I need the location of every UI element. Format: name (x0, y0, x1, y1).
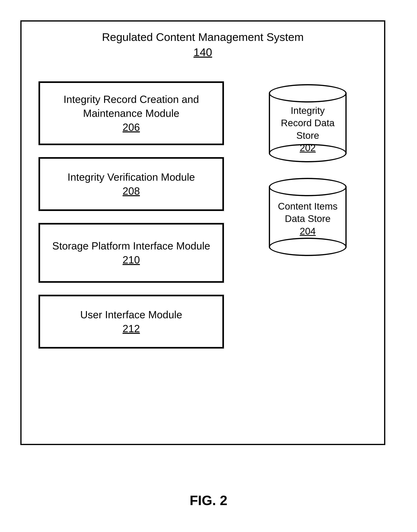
cylinder-body: Integrity Record Data Store 202 (269, 93, 347, 153)
system-title-text: Regulated Content Management System (21, 30, 384, 45)
cylinder-top-ellipse (269, 84, 347, 103)
module-ref: 206 (44, 120, 218, 134)
cylinder-bottom-wrap (269, 238, 347, 256)
datastore-label: Integrity Record Data Store 202 (270, 104, 345, 154)
cylinder-bottom-ellipse (269, 238, 347, 256)
datastore-content-items: Content Items Data Store 204 (269, 187, 347, 247)
datastore-line1: Content Items (278, 201, 338, 212)
datastore-ref: 202 (270, 142, 345, 154)
module-label: Integrity Verification Module (44, 170, 218, 184)
module-ref: 212 (44, 322, 218, 336)
diagram-page: Regulated Content Management System 140 … (0, 0, 417, 532)
datastore-line2: Data Store (285, 213, 330, 224)
module-integrity-verification: Integrity Verification Module 208 (39, 157, 224, 211)
datastore-integrity-record: Integrity Record Data Store 202 (269, 93, 347, 153)
system-ref: 140 (21, 45, 384, 60)
figure-caption: FIG. 2 (0, 492, 417, 508)
module-ref: 210 (44, 253, 218, 267)
datastore-line3: Store (296, 130, 319, 141)
datastore-line2: Record Data (281, 118, 334, 128)
module-user-interface: User Interface Module 212 (39, 295, 224, 349)
datastore-label: Content Items Data Store 204 (270, 200, 345, 238)
module-label: Integrity Record Creation and Maintenanc… (44, 92, 218, 120)
module-integrity-record-creation: Integrity Record Creation and Maintenanc… (39, 81, 224, 145)
cylinder-top-ellipse (269, 178, 347, 196)
system-container: Regulated Content Management System 140 … (20, 20, 385, 445)
datastore-line1: Integrity (291, 105, 325, 116)
datastore-ref: 204 (270, 225, 345, 238)
module-label: Storage Platform Interface Module (44, 239, 218, 253)
cylinder-body: Content Items Data Store 204 (269, 187, 347, 247)
system-title: Regulated Content Management System 140 (21, 30, 384, 60)
module-storage-platform-interface: Storage Platform Interface Module 210 (39, 223, 224, 283)
module-label: User Interface Module (44, 308, 218, 322)
module-ref: 208 (44, 184, 218, 198)
